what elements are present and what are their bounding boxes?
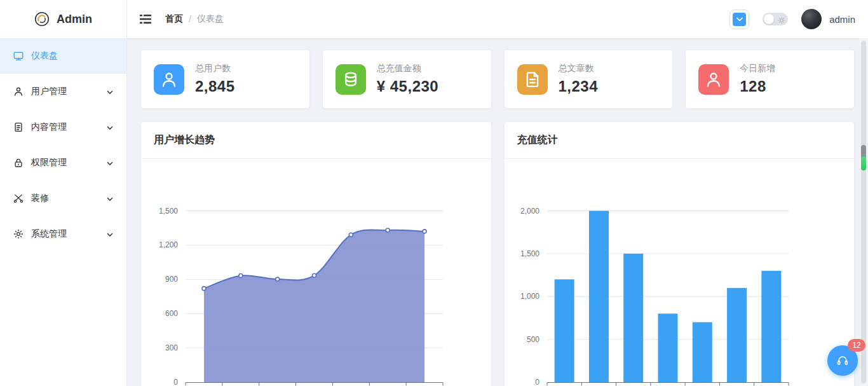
svg-text:1,500: 1,500 — [520, 249, 539, 258]
stat-card-new-today: 今日新增 128 — [686, 50, 854, 108]
user-avatar[interactable] — [801, 9, 822, 29]
menu-fold-icon[interactable] — [140, 15, 151, 24]
app-title: Admin — [57, 13, 92, 26]
svg-text:600: 600 — [165, 309, 178, 318]
recharge-bar-chart[interactable]: 05001,0001,5002,000 — [505, 159, 854, 386]
sidebar-item-permissions[interactable]: 权限管理 — [0, 145, 126, 181]
monitor-icon — [13, 50, 24, 62]
user-icon — [154, 64, 184, 95]
stat-label: 总文章数 — [559, 63, 599, 74]
username-label[interactable]: admin — [829, 14, 855, 25]
chart-title: 充值统计 — [517, 134, 558, 147]
stat-value: 1,234 — [559, 78, 599, 95]
svg-text:2,000: 2,000 — [520, 207, 539, 216]
scrollbar-gutter — [859, 38, 868, 386]
top-header: 首页 / 仪表盘 — [127, 0, 868, 38]
stat-card-total-articles: 总文章数 1,234 — [505, 50, 673, 108]
headset-icon — [836, 354, 850, 368]
user-growth-chart-card: 用户增长趋势 03006009001,2001,500 — [141, 122, 491, 386]
sidebar-item-label: 装修 — [31, 193, 99, 204]
chart-body: 05001,0001,5002,000 — [505, 159, 855, 386]
sidebar-menu: 仪表盘 用户管理 内容管理 — [0, 38, 126, 252]
svg-text:1,000: 1,000 — [520, 292, 539, 301]
theme-toggle[interactable] — [763, 13, 788, 25]
article-icon — [517, 64, 548, 95]
support-float-button[interactable]: 12 — [827, 345, 858, 376]
lock-icon — [13, 157, 24, 169]
chart-card-header: 用户增长趋势 — [141, 122, 491, 159]
app-window: Admin 仪表盘 用户管理 — [0, 0, 868, 386]
stat-value: 2,845 — [195, 78, 235, 95]
page-content: 总用户数 2,845 总充值金额 ¥ 45,230 — [127, 38, 868, 386]
svg-text:1,200: 1,200 — [159, 240, 178, 249]
chart-body: 03006009001,2001,500 — [141, 159, 491, 386]
sidebar-item-label: 用户管理 — [31, 86, 99, 97]
sidebar-item-content[interactable]: 内容管理 — [0, 109, 126, 145]
app-logo-icon — [34, 11, 50, 27]
scrollbar-progress-indicator[interactable] — [861, 156, 866, 170]
svg-text:1,500: 1,500 — [159, 207, 178, 216]
chart-title: 用户增长趋势 — [154, 134, 215, 147]
chevron-down-icon — [733, 13, 746, 26]
sun-icon — [778, 15, 785, 23]
design-tools-icon — [13, 193, 24, 204]
stat-label: 总充值金额 — [377, 63, 438, 74]
breadcrumb-home[interactable]: 首页 — [165, 13, 183, 25]
header-actions: admin — [729, 9, 855, 29]
svg-text:0: 0 — [535, 378, 539, 386]
recharge-chart-card: 充值统计 05001,0001,5002,000 — [505, 122, 855, 386]
user-add-icon — [698, 64, 729, 95]
chart-card-header: 充值统计 — [505, 122, 855, 159]
svg-text:900: 900 — [165, 275, 178, 284]
charts-row: 用户增长趋势 03006009001,2001,500 充值统计 05001,0… — [141, 122, 854, 386]
toggle-knob — [764, 14, 774, 24]
stat-label: 今日新增 — [740, 63, 775, 74]
collapse-panel-button[interactable] — [729, 10, 749, 29]
stat-value: ¥ 45,230 — [377, 78, 438, 95]
sidebar-item-label: 权限管理 — [31, 157, 99, 169]
svg-text:500: 500 — [526, 335, 539, 344]
notification-badge: 12 — [848, 339, 865, 352]
stats-row: 总用户数 2,845 总充值金额 ¥ 45,230 — [141, 50, 854, 108]
chevron-down-icon — [106, 195, 114, 202]
breadcrumb-separator: / — [189, 14, 191, 24]
stat-card-total-recharge: 总充值金额 ¥ 45,230 — [323, 50, 491, 108]
logo-area: Admin — [0, 0, 126, 38]
sidebar-item-decorate[interactable]: 装修 — [0, 181, 126, 216]
sidebar-item-dashboard[interactable]: 仪表盘 — [0, 38, 126, 74]
sidebar: Admin 仪表盘 用户管理 — [0, 0, 127, 386]
breadcrumb: 首页 / 仪表盘 — [165, 13, 224, 25]
sidebar-item-label: 内容管理 — [31, 121, 99, 133]
main-area: 首页 / 仪表盘 — [127, 0, 868, 386]
stat-card-total-users: 总用户数 2,845 — [141, 50, 309, 108]
stat-label: 总用户数 — [195, 63, 235, 74]
user-growth-area-chart[interactable]: 03006009001,2001,500 — [141, 159, 491, 386]
breadcrumb-current: 仪表盘 — [197, 13, 224, 25]
sidebar-item-label: 仪表盘 — [31, 50, 114, 62]
chevron-down-icon — [106, 123, 114, 131]
sidebar-item-users[interactable]: 用户管理 — [0, 74, 126, 109]
chevron-down-icon — [106, 159, 114, 167]
svg-text:300: 300 — [165, 343, 178, 352]
sidebar-item-label: 系统管理 — [31, 228, 99, 240]
document-icon — [13, 121, 24, 133]
stat-value: 128 — [740, 78, 775, 95]
chevron-down-icon — [106, 230, 114, 238]
chevron-down-icon — [106, 88, 114, 95]
gear-icon — [13, 228, 24, 240]
sidebar-item-system[interactable]: 系统管理 — [0, 216, 126, 252]
scrollbar-track[interactable] — [861, 41, 866, 383]
user-icon — [13, 86, 24, 97]
svg-text:0: 0 — [173, 378, 178, 386]
coins-icon — [336, 64, 366, 95]
